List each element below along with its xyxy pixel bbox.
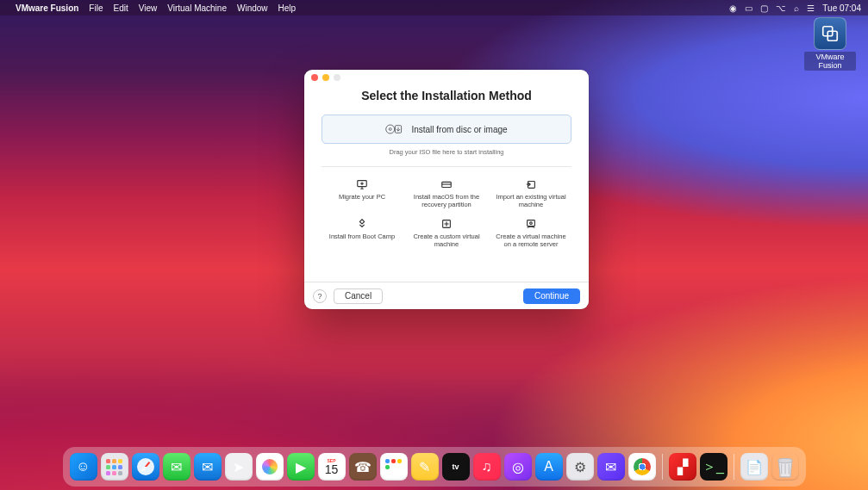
- status-display-icon[interactable]: ▢: [760, 3, 768, 13]
- dock-finder[interactable]: ☺: [70, 453, 97, 481]
- dock-terminal[interactable]: ＞_: [700, 453, 727, 481]
- dock-chrome[interactable]: [628, 453, 656, 481]
- dialog-footer: ? Cancel Continue: [304, 282, 589, 309]
- import-vm-icon: [492, 177, 570, 191]
- svg-point-10: [530, 222, 533, 225]
- options-grid: Migrate your PC Install macOS from the r…: [322, 176, 571, 251]
- custom-vm-icon: [408, 217, 485, 231]
- option-install-from-disc[interactable]: Install from disc or image: [322, 115, 571, 144]
- desktop-icon-vmware-fusion[interactable]: VMware Fusion: [804, 17, 856, 71]
- option-remote-vm[interactable]: Create a virtual machine on a remote ser…: [490, 215, 571, 250]
- option-install-bootcamp[interactable]: Install from Boot Camp: [322, 215, 403, 250]
- option-primary-label: Install from disc or image: [411, 125, 507, 134]
- dock-safari[interactable]: [132, 453, 159, 481]
- dock-appstore[interactable]: A: [535, 453, 563, 481]
- menubar-virtual-machine[interactable]: Virtual Machine: [167, 3, 227, 13]
- dock-music[interactable]: ♫: [473, 453, 501, 481]
- help-button[interactable]: ?: [313, 289, 327, 303]
- desktop-icon-label: VMware Fusion: [804, 52, 856, 71]
- svg-point-3: [390, 128, 392, 131]
- svg-point-2: [386, 125, 395, 133]
- option-import-vm[interactable]: Import an existing virtual machine: [490, 176, 571, 210]
- install-method-dialog: Select the Installation Method Install f…: [304, 70, 589, 309]
- dock-separator: [662, 454, 663, 480]
- dock-separator: [734, 454, 734, 480]
- dock-reminders[interactable]: [380, 453, 408, 481]
- dock-calendar[interactable]: SEP15: [318, 453, 346, 481]
- bootcamp-icon: [323, 217, 401, 231]
- dock-notes[interactable]: ✎: [411, 453, 439, 481]
- menubar-file[interactable]: File: [89, 3, 103, 13]
- status-flag-icon[interactable]: ▭: [745, 3, 752, 13]
- cancel-button[interactable]: Cancel: [334, 288, 383, 304]
- menubar-window[interactable]: Window: [237, 3, 268, 13]
- status-record-icon[interactable]: ◉: [729, 3, 737, 13]
- dock-parallels[interactable]: ▞: [669, 453, 696, 481]
- close-button[interactable]: [311, 74, 318, 81]
- dock-feedback[interactable]: ✉: [597, 453, 625, 481]
- option-install-macos-recovery[interactable]: Install macOS from the recovery partitio…: [406, 176, 487, 210]
- dock-facetime[interactable]: ▶: [287, 453, 315, 481]
- option-custom-vm[interactable]: Create a custom virtual machine: [406, 215, 487, 250]
- menubar-app[interactable]: VMware Fusion: [16, 3, 78, 13]
- status-control-center-icon[interactable]: ☰: [807, 3, 815, 13]
- continue-button[interactable]: Continue: [523, 288, 580, 304]
- dock-podcasts[interactable]: ◎: [504, 453, 532, 481]
- dock-trash[interactable]: [771, 453, 799, 481]
- svg-rect-9: [528, 220, 535, 226]
- dock-system-preferences[interactable]: ⚙: [566, 453, 594, 481]
- divider: [322, 166, 571, 167]
- menubar-help[interactable]: Help: [278, 3, 297, 13]
- dock-launchpad[interactable]: [101, 453, 128, 481]
- dock-tv[interactable]: tv: [442, 453, 470, 481]
- dock-contacts[interactable]: ☎: [349, 453, 377, 481]
- drag-hint: Drag your ISO file here to start install…: [322, 148, 571, 156]
- menubar-view[interactable]: View: [139, 3, 158, 13]
- status-search-icon[interactable]: ⌕: [794, 3, 799, 13]
- disc-image-icon: [385, 122, 403, 136]
- minimize-button[interactable]: [322, 74, 329, 81]
- menubar: VMware Fusion File Edit View Virtual Mac…: [0, 0, 868, 16]
- dialog-title: Select the Installation Method: [304, 89, 589, 102]
- option-migrate-pc[interactable]: Migrate your PC: [322, 176, 403, 210]
- migrate-pc-icon: [323, 177, 401, 191]
- menubar-clock[interactable]: Tue 07:04: [822, 3, 861, 13]
- recovery-partition-icon: [408, 177, 485, 191]
- svg-point-11: [777, 458, 791, 462]
- dock-maps[interactable]: ➤: [225, 453, 253, 481]
- remote-vm-icon: [492, 217, 570, 231]
- dock-messages[interactable]: ✉: [163, 453, 190, 481]
- status-bluetooth-icon[interactable]: ⌥: [776, 3, 786, 13]
- dialog-titlebar: [304, 70, 589, 80]
- dock-downloads[interactable]: 📄: [740, 453, 768, 481]
- menubar-edit[interactable]: Edit: [113, 3, 128, 13]
- dock-photos[interactable]: [256, 453, 284, 481]
- zoom-button[interactable]: [334, 74, 340, 81]
- dock: ☺ ✉ ✉ ➤ ▶ SEP15 ☎ ✎ tv ♫ ◎ A ⚙ ✉ ▞ ＞_ 📄: [63, 447, 806, 487]
- vmware-fusion-icon: [814, 17, 846, 50]
- dock-mail[interactable]: ✉: [194, 453, 222, 481]
